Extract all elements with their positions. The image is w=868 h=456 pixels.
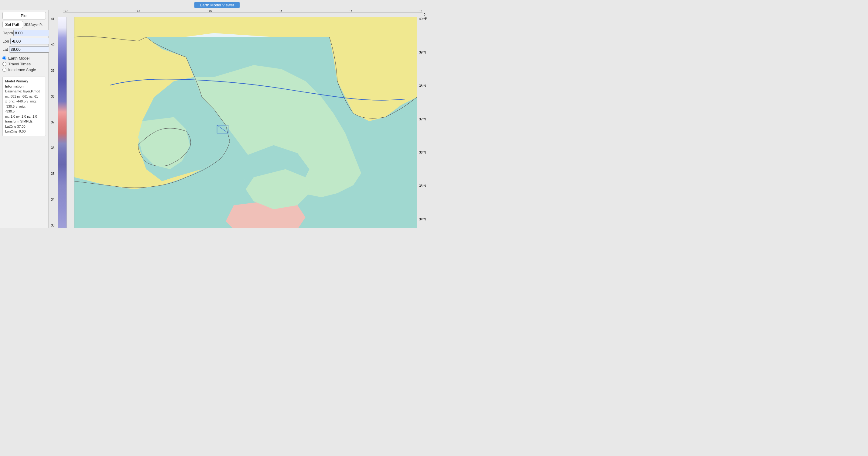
- model-info-box: Model Primary Information Basename: laye…: [2, 77, 46, 136]
- r-lat-35N: 35°N: [419, 184, 430, 188]
- lat-39: 39: [51, 69, 57, 73]
- radio-travel-times-label: Travel Times: [8, 62, 31, 66]
- map-svg: [74, 17, 417, 228]
- lon-row: Lon ▲ ▼: [2, 38, 46, 45]
- vert-strip-bg: [58, 17, 66, 228]
- title-bar: Earth Model Viewer: [0, 0, 434, 10]
- info-line-2: nx: 881 ny: 661 nz: 61: [5, 94, 43, 99]
- top-bottom-axis: −14 −12 −10 −8 −6 −4: [63, 10, 423, 12]
- depth-label: Depth: [2, 31, 12, 35]
- top-axis-label-4: −6: [349, 10, 352, 12]
- cross-section-line: [117, 12, 393, 13]
- lat-33: 33: [51, 224, 57, 227]
- radio-travel-times-input[interactable]: [2, 62, 6, 66]
- radio-earth-model-label: Earth Model: [8, 56, 29, 60]
- top-axis-label-3: −8: [279, 10, 282, 12]
- left-y-axis: 41 40 39 38 37 36 35 34 33: [51, 17, 57, 228]
- radio-incidence-angle-input[interactable]: [2, 68, 6, 72]
- lat-37: 37: [51, 121, 57, 124]
- set-path-row: Set Path 3ES/layer.P.mod.buf: [2, 21, 46, 28]
- right-lat-axis: 40°N 39°N 38°N 37°N 36°N 35°N 34°N: [418, 17, 432, 228]
- top-axis-label-1: −12: [135, 10, 140, 12]
- top-right-axis: 0 50: [423, 12, 432, 14]
- vert-strip-axis: [67, 17, 73, 228]
- r-lat-36N: 36°N: [419, 151, 430, 154]
- top-axis-label-0: −14: [63, 10, 68, 12]
- info-line-6: transform SIMPLE LatOrig 37.00: [5, 119, 43, 129]
- radio-incidence-angle-label: Incidence Angle: [8, 67, 36, 72]
- r-lat-40N: 40°N: [419, 17, 430, 21]
- lat-38: 38: [51, 95, 57, 98]
- vertical-strip: [58, 17, 67, 228]
- info-line-3: x_orig: -440.5 y_orig: -330.5 y_orig:: [5, 99, 43, 109]
- r-lat-39N: 39°N: [419, 51, 430, 54]
- viewer-area: −14 −12 −10 −8 −6 −4 0 50: [49, 10, 434, 228]
- lat-36: 36: [51, 146, 57, 149]
- lat-row: Lat ▲ ▼: [2, 46, 46, 53]
- r-lat-38N: 38°N: [419, 84, 430, 88]
- info-line-4: -330.5: [5, 109, 43, 114]
- info-line-5: nx: 1.0 ny: 1.0 nz: 1.0: [5, 114, 43, 119]
- app-title: Earth Model Viewer: [194, 2, 240, 8]
- radio-incidence-angle: Incidence Angle: [2, 67, 46, 72]
- path-display: 3ES/layer.P.mod.buf: [24, 23, 46, 26]
- lat-label: Lat: [2, 47, 8, 52]
- radio-travel-times: Travel Times: [2, 62, 46, 66]
- main-map-wrapper: 1.50 1.95 2.40 2.85 3.30 3.75 4.20 4.65 …: [74, 17, 417, 228]
- main-content: Plot Set Path 3ES/layer.P.mod.buf Depth …: [0, 10, 434, 228]
- r-lat-34N: 34°N: [419, 218, 430, 221]
- top-axis-label-5: −4: [419, 10, 423, 12]
- set-path-button[interactable]: Set Path: [2, 21, 23, 28]
- depth-row: Depth ▲ ▼: [2, 29, 46, 36]
- sidebar: Plot Set Path 3ES/layer.P.mod.buf Depth …: [0, 10, 49, 228]
- radio-group: Earth Model Travel Times Incidence Angle: [2, 54, 46, 74]
- lon-label: Lon: [2, 39, 9, 44]
- map-section: 41 40 39 38 37 36 35 34 33: [51, 17, 432, 228]
- info-line-7: LonOrig -9.00: [5, 129, 43, 134]
- top-chart-area: [63, 12, 423, 13]
- lat-34: 34: [51, 198, 57, 201]
- radio-earth-model-input[interactable]: [2, 56, 6, 60]
- top-right-0: 0: [424, 13, 430, 17]
- lat-41: 41: [51, 17, 57, 21]
- map-area: [74, 17, 417, 228]
- lat-40: 40: [51, 43, 57, 47]
- plot-button[interactable]: Plot: [2, 12, 46, 20]
- lat-35: 35: [51, 172, 57, 175]
- info-line-1: Basename: layer.P.mod: [5, 89, 43, 94]
- radio-earth-model: Earth Model: [2, 56, 46, 60]
- top-axis-label-2: −10: [207, 10, 212, 12]
- info-line-0: Model Primary Information: [5, 79, 43, 89]
- r-lat-37N: 37°N: [419, 118, 430, 121]
